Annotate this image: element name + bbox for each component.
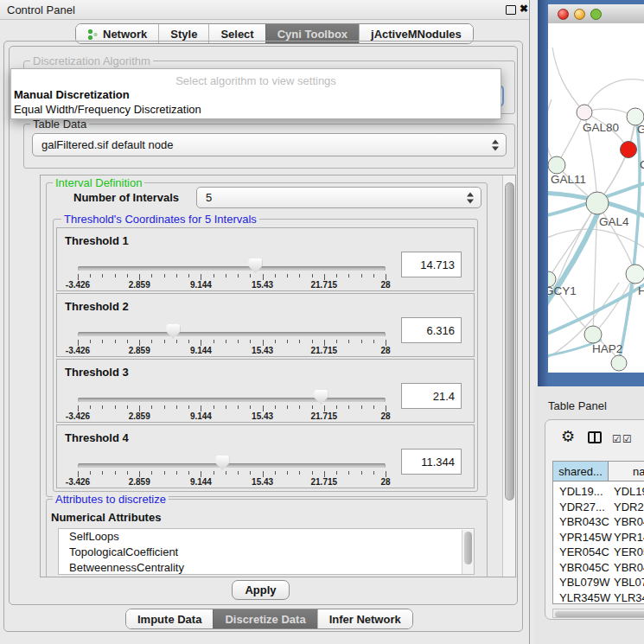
list-item[interactable]: BetweennessCentrality: [59, 560, 474, 575]
apply-button[interactable]: Apply: [232, 580, 290, 600]
scale-label: 28: [380, 346, 390, 355]
viewport-scrollbar[interactable]: [502, 175, 516, 577]
list-item[interactable]: TopologicalCoefficient: [59, 545, 474, 560]
threshold-panel-2: Threshold 2-3.4262.8599.14415.4321.71528…: [56, 293, 475, 357]
slider-track[interactable]: [78, 463, 386, 468]
network-node-gal11[interactable]: [548, 156, 565, 174]
float-window-icon[interactable]: [506, 5, 516, 15]
network-node-gal4[interactable]: [586, 192, 609, 214]
num-intervals-combobox[interactable]: 5: [196, 187, 481, 208]
minor-tick: [287, 471, 288, 475]
table-row-name[interactable]: YBL07: [614, 576, 644, 589]
network-node-c[interactable]: [621, 142, 637, 158]
table-data-combobox[interactable]: galFiltered.sif default node: [32, 133, 507, 156]
slider-thumb[interactable]: [215, 456, 229, 470]
viewport-scrollbar-thumb[interactable]: [505, 182, 514, 501]
dropdown-option-equal-width[interactable]: Equal Width/Frequency Discretization: [14, 103, 201, 116]
major-tick: [139, 274, 140, 280]
threshold-panel-3: Threshold 3-3.4262.8599.14415.4321.71528…: [56, 359, 475, 423]
table-row-shared-name[interactable]: YBR045C: [559, 561, 609, 574]
minimize-traffic-light-icon[interactable]: [574, 9, 585, 20]
scrollbar-thumb[interactable]: [464, 532, 472, 564]
scrollbar-thumb[interactable]: [555, 611, 644, 617]
minor-tick: [151, 274, 152, 277]
minor-tick: [102, 340, 103, 343]
tab-discretize-data[interactable]: Discretize Data: [213, 609, 316, 628]
node-label: GAL4: [599, 215, 629, 228]
minor-tick: [127, 274, 128, 277]
minor-tick: [102, 405, 103, 409]
scale-label: 15.43: [252, 411, 273, 421]
minor-tick: [238, 274, 239, 277]
network-window-titlebar: [548, 4, 644, 24]
major-tick: [201, 405, 201, 411]
threshold-value-field[interactable]: 21.4: [401, 383, 462, 409]
close-traffic-light-icon[interactable]: [558, 9, 569, 20]
threshold-value-field[interactable]: 14.713: [401, 252, 462, 277]
node-label: GCY1: [548, 284, 577, 297]
scale-label: 15.43: [252, 280, 273, 290]
threshold-value-field[interactable]: 6.316: [401, 317, 462, 343]
table-row-shared-name[interactable]: YDR27...: [559, 501, 605, 513]
table-row-shared-name[interactable]: YDL19...: [559, 485, 603, 498]
table-row-name[interactable]: YDL19: [614, 485, 644, 498]
slider-thumb[interactable]: [314, 390, 328, 405]
major-tick: [386, 405, 386, 411]
numerical-attributes-label: Numerical Attributes: [51, 511, 161, 524]
network-node-hap2[interactable]: [584, 326, 602, 343]
close-icon[interactable]: [520, 3, 528, 15]
minor-tick: [312, 274, 313, 277]
minor-tick: [275, 471, 276, 475]
tab-impute-data[interactable]: Impute Data: [126, 609, 213, 628]
list-item[interactable]: SelfLoops: [59, 529, 474, 545]
scale-label: -3.426: [66, 280, 90, 290]
minor-tick: [164, 471, 165, 475]
table-row-shared-name[interactable]: YPR145W: [559, 531, 612, 544]
slider-thumb[interactable]: [166, 324, 180, 339]
minor-tick: [127, 471, 128, 475]
algorithm-dropdown-popup: Select algorithm to view settings Manual…: [10, 68, 501, 119]
column-header-shared-name[interactable]: shared...: [553, 462, 609, 481]
slider-track[interactable]: [78, 332, 386, 336]
network-node-gal80[interactable]: [577, 105, 592, 120]
table-row-shared-name[interactable]: YER054C: [559, 545, 609, 558]
slider-track[interactable]: [78, 266, 386, 271]
scale-label: 9.144: [190, 280, 212, 290]
minor-tick: [336, 340, 337, 343]
table-row-shared-name[interactable]: YLR345W: [559, 591, 610, 604]
table-row-name[interactable]: YLR34: [614, 591, 644, 604]
table-row-name[interactable]: YER05: [614, 545, 644, 558]
table-row-shared-name[interactable]: YBR043C: [559, 515, 609, 528]
network-canvas[interactable]: GAL80GCGAL11GAL4GCY1HHAP2: [548, 23, 644, 373]
scale-label: 21.715: [311, 411, 338, 421]
slider-thumb[interactable]: [248, 258, 262, 273]
table-row-name[interactable]: YDR27: [614, 501, 644, 513]
major-tick: [201, 340, 201, 346]
slider-track[interactable]: [78, 398, 386, 402]
table-row-name[interactable]: YPR14: [614, 531, 644, 544]
table-row-name[interactable]: YBR04: [614, 515, 644, 528]
table-row-shared-name[interactable]: YBL079W: [559, 576, 610, 589]
dropdown-option-manual[interactable]: Manual Discretization: [14, 88, 130, 101]
minor-tick: [102, 274, 103, 277]
minor-tick: [250, 340, 251, 343]
threshold-value-field[interactable]: 11.344: [401, 449, 462, 475]
table-horizontal-scrollbar[interactable]: [552, 609, 644, 618]
split-columns-icon[interactable]: [588, 431, 602, 443]
network-node[interactable]: [611, 355, 627, 371]
minor-tick: [348, 340, 349, 343]
scale-label: 21.715: [311, 346, 338, 355]
minor-tick: [312, 405, 313, 409]
minor-tick: [361, 274, 362, 277]
table-row-name[interactable]: YBR04: [614, 561, 644, 574]
checkbox-checked-icon[interactable]: [612, 430, 622, 446]
scale-label: 2.859: [129, 411, 150, 421]
tab-infer-network[interactable]: Infer Network: [317, 609, 412, 628]
minor-tick: [348, 274, 349, 277]
zoom-traffic-light-icon[interactable]: [590, 9, 602, 20]
network-node-h[interactable]: [626, 265, 644, 284]
attributes-scrollbar[interactable]: [462, 530, 474, 575]
settings-gear-icon[interactable]: [561, 427, 575, 446]
column-header-name[interactable]: na: [609, 462, 644, 481]
checkbox-checked-icon[interactable]: [622, 430, 632, 446]
